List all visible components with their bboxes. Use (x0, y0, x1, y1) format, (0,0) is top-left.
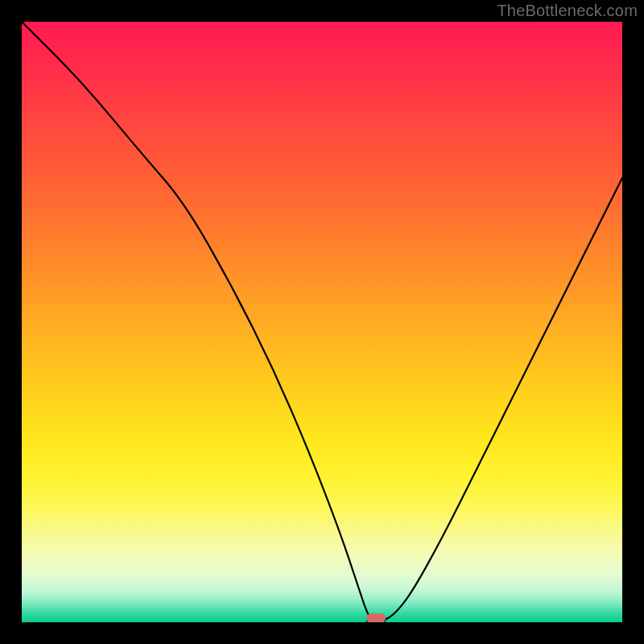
watermark-text: TheBottleneck.com (497, 2, 638, 20)
bottleneck-curve (22, 22, 622, 622)
plot-area (22, 22, 622, 622)
chart-frame: TheBottleneck.com (0, 0, 644, 644)
optimal-marker (366, 613, 386, 622)
